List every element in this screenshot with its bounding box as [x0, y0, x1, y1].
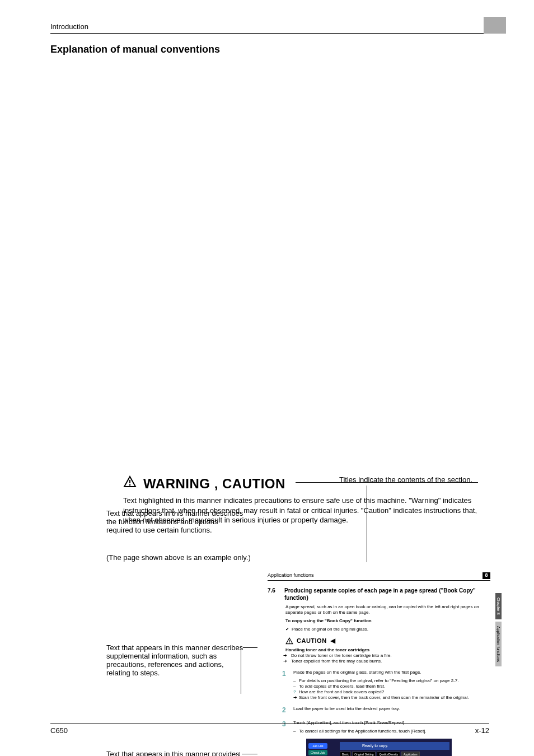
- footer-page-number: x-12: [475, 726, 489, 735]
- step-answer: Scan the front cover, then the back cove…: [293, 695, 490, 701]
- titles-annotation: Titles indicate the contents of the sect…: [339, 475, 472, 484]
- panel-tab: Original Setting: [352, 752, 376, 756]
- inset-header-text: Application functions: [268, 572, 314, 578]
- caution-pointer: ◀: [330, 637, 335, 645]
- step-number: 2: [282, 706, 288, 715]
- step-text: Place the pages on the original glass, s…: [293, 670, 421, 678]
- annotation-qa: Text that appears in this manner provide…: [106, 750, 246, 756]
- warning-icon: [123, 475, 137, 492]
- page-title: Explanation of manual conventions: [50, 44, 489, 55]
- side-tab-chapter: Chapter 8: [495, 593, 502, 619]
- panel-tab: Quality/Density: [377, 752, 400, 756]
- annotation-limitations: Text that appears in this manner describ…: [106, 509, 246, 534]
- touch-panel-screenshot: Job List Check Job Check Details Ready t…: [306, 739, 452, 756]
- section-number: 7.6: [268, 587, 279, 601]
- panel-status-text: Ready to copy.: [340, 742, 449, 750]
- running-header: Introduction: [50, 22, 489, 34]
- side-tab-section: Application functions: [495, 622, 502, 666]
- step-text: Load the paper to be used into the desir…: [293, 706, 400, 715]
- step-note: For details on positioning the original,…: [293, 678, 490, 684]
- leader-line: [241, 646, 241, 694]
- leader-line: [367, 486, 367, 564]
- step-note: To add copies of the covers, load them f…: [293, 684, 490, 689]
- panel-btn-checkjob: Check Job: [308, 750, 327, 755]
- panel-tab-active: Application: [401, 752, 419, 756]
- page-edge-tab: [484, 17, 506, 34]
- example-note: (The page shown above is an example only…: [106, 553, 489, 562]
- footer-model: C650: [50, 726, 68, 735]
- warning-heading: WARNING , CAUTION: [143, 476, 285, 492]
- panel-btn-joblist: Job List: [308, 743, 327, 749]
- side-thumb-tabs: Chapter 8 Application functions: [495, 593, 502, 669]
- svg-point-1: [289, 642, 289, 643]
- caution-label: CAUTION: [297, 637, 327, 645]
- panel-tab: Basic: [340, 752, 351, 756]
- annotation-supplemental: Text that appears in this manner describ…: [106, 643, 246, 677]
- caution-subtitle: Handling toner and the toner cartridges: [285, 647, 490, 653]
- svg-point-3: [129, 484, 131, 486]
- leader-line: [240, 752, 240, 756]
- step-question: How are the front and back covers copied…: [293, 689, 490, 695]
- section-title: Producing separate copies of each page i…: [284, 587, 490, 601]
- check-line: Place the original on the original glass…: [285, 627, 490, 632]
- inset-chapter-number: 8: [483, 572, 490, 579]
- caution-icon: [285, 637, 293, 645]
- caution-line-2: Toner expelled from the fire may cause b…: [285, 659, 490, 664]
- section-intro: A page spread, such as in an open book o…: [285, 604, 490, 615]
- caution-line-1: Do not throw toner or the toner cartridg…: [285, 653, 490, 659]
- subprocedure-title: To copy using the "Book Copy" function: [285, 618, 490, 624]
- step-number: 1: [282, 670, 288, 678]
